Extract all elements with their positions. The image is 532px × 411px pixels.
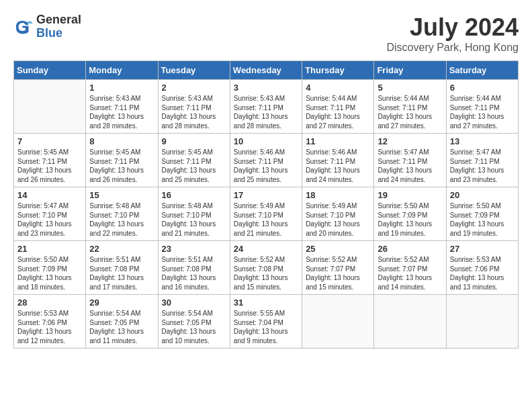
day-number: 27	[450, 244, 515, 254]
calendar-cell	[374, 295, 446, 349]
calendar-cell: 4Sunrise: 5:44 AMSunset: 7:11 PMDaylight…	[302, 80, 374, 134]
day-info: Sunrise: 5:51 AMSunset: 7:08 PMDaylight:…	[162, 255, 226, 291]
weekday-header: Tuesday	[158, 61, 230, 80]
day-info: Sunrise: 5:54 AMSunset: 7:05 PMDaylight:…	[89, 309, 154, 345]
day-info: Sunrise: 5:47 AMSunset: 7:11 PMDaylight:…	[378, 148, 442, 184]
day-number: 11	[306, 136, 370, 146]
day-info: Sunrise: 5:49 AMSunset: 7:10 PMDaylight:…	[234, 201, 298, 238]
day-info: Sunrise: 5:47 AMSunset: 7:10 PMDaylight:…	[17, 201, 82, 238]
logo: General Blue	[13, 13, 81, 40]
day-number: 29	[89, 298, 154, 308]
day-info: Sunrise: 5:55 AMSunset: 7:04 PMDaylight:…	[234, 309, 298, 345]
calendar-cell: 11Sunrise: 5:46 AMSunset: 7:11 PMDayligh…	[302, 134, 374, 187]
day-number: 5	[378, 83, 442, 93]
weekday-header: Thursday	[302, 61, 374, 80]
day-info: Sunrise: 5:45 AMSunset: 7:11 PMDaylight:…	[162, 148, 226, 184]
calendar-cell: 25Sunrise: 5:52 AMSunset: 7:07 PMDayligh…	[302, 241, 374, 295]
day-number: 13	[450, 136, 515, 146]
logo-text: General Blue	[36, 13, 81, 40]
calendar-cell: 23Sunrise: 5:51 AMSunset: 7:08 PMDayligh…	[158, 241, 230, 295]
day-info: Sunrise: 5:46 AMSunset: 7:11 PMDaylight:…	[234, 148, 298, 184]
title-location: Discovery Park, Hong Kong	[386, 42, 519, 54]
day-info: Sunrise: 5:44 AMSunset: 7:11 PMDaylight:…	[306, 94, 370, 130]
day-info: Sunrise: 5:44 AMSunset: 7:11 PMDaylight:…	[378, 94, 442, 130]
day-info: Sunrise: 5:45 AMSunset: 7:11 PMDaylight:…	[17, 148, 82, 184]
day-number: 15	[89, 190, 154, 200]
day-info: Sunrise: 5:43 AMSunset: 7:11 PMDaylight:…	[89, 94, 154, 130]
calendar-cell: 13Sunrise: 5:47 AMSunset: 7:11 PMDayligh…	[446, 134, 518, 187]
day-number: 28	[17, 298, 82, 308]
day-number: 18	[306, 190, 370, 200]
calendar-cell: 26Sunrise: 5:52 AMSunset: 7:07 PMDayligh…	[374, 241, 446, 295]
calendar-cell: 29Sunrise: 5:54 AMSunset: 7:05 PMDayligh…	[86, 295, 158, 349]
weekday-header: Wednesday	[230, 61, 302, 80]
day-info: Sunrise: 5:52 AMSunset: 7:07 PMDaylight:…	[378, 255, 442, 291]
day-info: Sunrise: 5:51 AMSunset: 7:08 PMDaylight:…	[89, 255, 154, 291]
calendar-cell: 8Sunrise: 5:45 AMSunset: 7:11 PMDaylight…	[86, 134, 158, 187]
day-number: 12	[378, 136, 442, 146]
day-info: Sunrise: 5:52 AMSunset: 7:07 PMDaylight:…	[306, 255, 370, 291]
day-info: Sunrise: 5:43 AMSunset: 7:11 PMDaylight:…	[162, 94, 226, 130]
calendar-cell: 28Sunrise: 5:53 AMSunset: 7:06 PMDayligh…	[14, 295, 86, 349]
day-number: 3	[234, 83, 298, 93]
weekday-header: Monday	[86, 61, 158, 80]
day-info: Sunrise: 5:44 AMSunset: 7:11 PMDaylight:…	[450, 94, 515, 130]
day-number: 24	[234, 244, 298, 254]
calendar-cell: 12Sunrise: 5:47 AMSunset: 7:11 PMDayligh…	[374, 134, 446, 187]
day-number: 17	[234, 190, 298, 200]
day-number: 26	[378, 244, 442, 254]
calendar-cell	[446, 295, 518, 349]
calendar-week-row: 21Sunrise: 5:50 AMSunset: 7:09 PMDayligh…	[14, 241, 519, 295]
page-header: General Blue July 2024 Discovery Park, H…	[13, 13, 519, 54]
day-info: Sunrise: 5:46 AMSunset: 7:11 PMDaylight:…	[306, 148, 370, 184]
calendar-cell: 22Sunrise: 5:51 AMSunset: 7:08 PMDayligh…	[86, 241, 158, 295]
day-number: 6	[450, 83, 515, 93]
calendar-cell	[14, 80, 86, 134]
calendar-week-row: 1Sunrise: 5:43 AMSunset: 7:11 PMDaylight…	[14, 80, 519, 134]
calendar-cell: 27Sunrise: 5:53 AMSunset: 7:06 PMDayligh…	[446, 241, 518, 295]
calendar-table: SundayMondayTuesdayWednesdayThursdayFrid…	[13, 60, 519, 349]
day-number: 1	[89, 83, 154, 93]
day-info: Sunrise: 5:53 AMSunset: 7:06 PMDaylight:…	[17, 309, 82, 345]
day-number: 21	[17, 244, 82, 254]
day-info: Sunrise: 5:50 AMSunset: 7:09 PMDaylight:…	[378, 201, 442, 238]
day-info: Sunrise: 5:43 AMSunset: 7:11 PMDaylight:…	[234, 94, 298, 130]
weekday-header-row: SundayMondayTuesdayWednesdayThursdayFrid…	[14, 61, 519, 80]
day-info: Sunrise: 5:48 AMSunset: 7:10 PMDaylight:…	[162, 201, 226, 238]
calendar-cell: 24Sunrise: 5:52 AMSunset: 7:08 PMDayligh…	[230, 241, 302, 295]
day-info: Sunrise: 5:47 AMSunset: 7:11 PMDaylight:…	[450, 148, 515, 184]
logo-icon	[13, 17, 34, 37]
calendar-cell: 18Sunrise: 5:49 AMSunset: 7:10 PMDayligh…	[302, 187, 374, 241]
calendar-cell	[302, 295, 374, 349]
calendar-cell: 9Sunrise: 5:45 AMSunset: 7:11 PMDaylight…	[158, 134, 230, 187]
day-info: Sunrise: 5:50 AMSunset: 7:09 PMDaylight:…	[450, 201, 515, 238]
day-number: 31	[234, 298, 298, 308]
title-block: July 2024 Discovery Park, Hong Kong	[386, 13, 519, 54]
day-number: 7	[17, 136, 82, 146]
calendar-cell: 19Sunrise: 5:50 AMSunset: 7:09 PMDayligh…	[374, 187, 446, 241]
day-number: 22	[89, 244, 154, 254]
logo-blue: Blue	[36, 27, 81, 40]
day-number: 2	[162, 83, 226, 93]
calendar-cell: 31Sunrise: 5:55 AMSunset: 7:04 PMDayligh…	[230, 295, 302, 349]
day-number: 30	[162, 298, 226, 308]
day-number: 23	[162, 244, 226, 254]
day-number: 25	[306, 244, 370, 254]
day-info: Sunrise: 5:54 AMSunset: 7:05 PMDaylight:…	[162, 309, 226, 345]
calendar-cell: 30Sunrise: 5:54 AMSunset: 7:05 PMDayligh…	[158, 295, 230, 349]
calendar-cell: 3Sunrise: 5:43 AMSunset: 7:11 PMDaylight…	[230, 80, 302, 134]
calendar-cell: 17Sunrise: 5:49 AMSunset: 7:10 PMDayligh…	[230, 187, 302, 241]
day-number: 4	[306, 83, 370, 93]
calendar-cell: 6Sunrise: 5:44 AMSunset: 7:11 PMDaylight…	[446, 80, 518, 134]
calendar-week-row: 14Sunrise: 5:47 AMSunset: 7:10 PMDayligh…	[14, 187, 519, 241]
calendar-cell: 10Sunrise: 5:46 AMSunset: 7:11 PMDayligh…	[230, 134, 302, 187]
day-info: Sunrise: 5:52 AMSunset: 7:08 PMDaylight:…	[234, 255, 298, 291]
day-info: Sunrise: 5:45 AMSunset: 7:11 PMDaylight:…	[89, 148, 154, 184]
title-month: July 2024	[386, 13, 519, 42]
logo-general: General	[36, 13, 81, 27]
day-number: 10	[234, 136, 298, 146]
calendar-cell: 20Sunrise: 5:50 AMSunset: 7:09 PMDayligh…	[446, 187, 518, 241]
day-number: 14	[17, 190, 82, 200]
calendar-week-row: 7Sunrise: 5:45 AMSunset: 7:11 PMDaylight…	[14, 134, 519, 187]
calendar-week-row: 28Sunrise: 5:53 AMSunset: 7:06 PMDayligh…	[14, 295, 519, 349]
